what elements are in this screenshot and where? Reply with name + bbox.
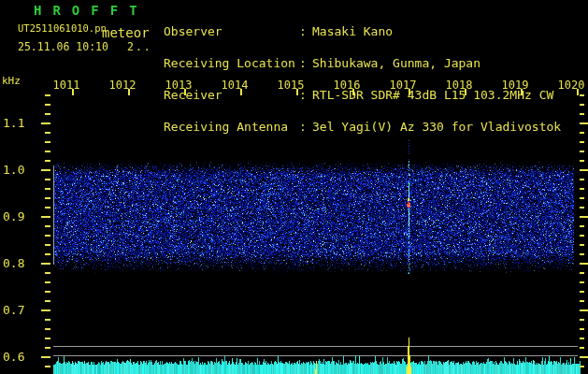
meteor-spike-strong: [406, 337, 412, 374]
info-row-observer: Observer : Masaki Kano: [164, 26, 208, 36]
tick-mark: [45, 113, 50, 115]
tick-mark: [352, 89, 354, 95]
tick-mark: [45, 347, 50, 349]
tick-mark: [45, 151, 50, 152]
tick-mark: [580, 132, 584, 134]
tick-mark: [45, 244, 50, 246]
meteor-echo-trace: [405, 173, 413, 252]
echo-count: 2..: [127, 40, 152, 53]
tick-mark: [45, 272, 50, 274]
tick-mark: [580, 207, 584, 209]
x-tick-label: 1011: [45, 79, 88, 92]
tick-mark: [580, 319, 584, 321]
x-tick-label: 1015: [269, 79, 312, 92]
meteor-spike-weak: [314, 360, 318, 374]
tick-mark: [409, 89, 410, 95]
app-title: HROFFT: [34, 3, 149, 18]
tick-mark: [577, 89, 579, 95]
tick-mark: [580, 347, 584, 349]
tick-mark: [45, 300, 50, 302]
info-value: 3el Yagi(V) Az 330 for Vladivostok: [312, 122, 561, 132]
tick-mark: [45, 235, 50, 237]
tick-mark: [580, 169, 588, 171]
x-tick-label: 1013: [157, 79, 200, 92]
tick-mark: [580, 300, 584, 302]
station-name: meteor: [102, 25, 150, 40]
tick-mark: [580, 179, 584, 180]
info-value: Shibukawa, Gunma, Japan: [312, 58, 480, 68]
tick-mark: [184, 89, 186, 95]
y-axis-unit-label: kHz: [2, 75, 21, 87]
tick-mark: [580, 366, 584, 367]
tick-mark: [45, 291, 50, 293]
tick-mark: [45, 328, 50, 330]
tick-mark: [41, 122, 50, 124]
info-label: Receiving Location: [164, 58, 295, 68]
tick-mark: [580, 244, 584, 246]
info-label: Observer: [164, 26, 222, 36]
info-colon: :: [299, 26, 307, 36]
tick-mark: [296, 89, 298, 95]
tick-mark: [580, 94, 584, 96]
tick-mark: [72, 89, 74, 95]
tick-mark: [41, 356, 50, 358]
y-tick-label: 1.1: [3, 116, 31, 130]
y-tick-label: 1.0: [3, 163, 31, 177]
tick-mark: [45, 132, 50, 134]
tick-mark: [580, 151, 584, 152]
tick-mark: [580, 113, 584, 115]
tick-mark: [41, 169, 50, 171]
tick-mark: [128, 89, 130, 95]
tick-mark: [45, 179, 50, 180]
tick-mark: [45, 253, 50, 255]
tick-mark: [580, 291, 584, 293]
x-tick-label: 1019: [494, 79, 537, 92]
x-tick-label: 1017: [381, 79, 424, 92]
tick-mark: [45, 188, 50, 190]
info-colon: :: [299, 58, 307, 68]
observation-datetime: 25.11.06 10:10: [18, 40, 108, 53]
x-tick-label: 1012: [101, 79, 144, 92]
tick-mark: [580, 141, 584, 143]
hrofft-screen: { "header": { "title": "HROFFT", "filena…: [0, 0, 588, 374]
tick-mark: [41, 263, 50, 265]
tick-mark: [465, 89, 466, 95]
info-value: Masaki Kano: [312, 26, 393, 36]
tick-mark: [45, 366, 50, 367]
hrofft-spectrogram-panel: HROFFT UT2511061010.pn meteor 25.11.06 1…: [0, 0, 588, 374]
tick-mark: [580, 122, 588, 124]
tick-mark: [580, 338, 584, 339]
tick-mark: [45, 197, 50, 199]
tick-mark: [45, 160, 50, 162]
tick-mark: [45, 207, 50, 209]
tick-mark: [580, 253, 584, 255]
tick-mark: [45, 319, 50, 321]
y-tick-label: 0.7: [3, 303, 31, 317]
tick-mark: [580, 309, 588, 311]
y-tick-label: 0.9: [3, 209, 31, 223]
tick-mark: [45, 94, 50, 96]
tick-mark: [580, 104, 584, 106]
tick-mark: [45, 141, 50, 143]
y-tick-label: 0.6: [3, 350, 31, 364]
tick-mark: [45, 281, 50, 283]
info-row-antenna: Receiving Antenna : 3el Yagi(V) Az 330 f…: [164, 122, 208, 132]
tick-mark: [41, 309, 50, 311]
tick-mark: [580, 272, 584, 274]
x-tick-label: 1018: [437, 79, 480, 92]
tick-mark: [580, 216, 588, 218]
info-colon: :: [299, 122, 307, 132]
x-tick-label: 1016: [325, 79, 368, 92]
tick-mark: [580, 328, 584, 330]
tick-mark: [41, 216, 50, 218]
x-tick-label: 1014: [213, 79, 256, 92]
tick-mark: [580, 160, 584, 162]
tick-mark: [580, 197, 584, 199]
info-row-location: Receiving Location : Shibukawa, Gunma, J…: [164, 58, 208, 68]
tick-mark: [580, 225, 584, 227]
tick-mark: [580, 281, 584, 283]
tick-mark: [580, 263, 588, 265]
output-filename: UT2511061010.pn: [18, 22, 107, 34]
x-tick-label: 1020: [550, 79, 588, 92]
tick-mark: [240, 89, 242, 95]
